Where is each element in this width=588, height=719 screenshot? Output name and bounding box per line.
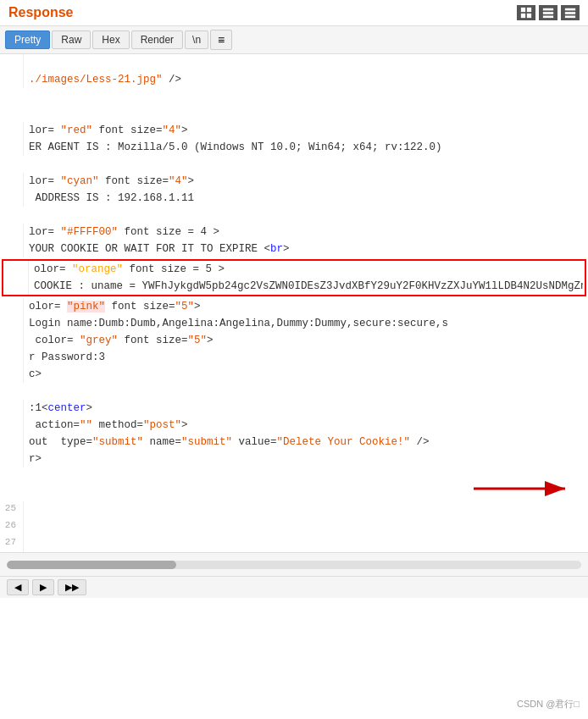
next-button[interactable]: ▶▶	[58, 579, 86, 595]
code-string: "orange"	[72, 263, 123, 275]
code-string: "grey"	[80, 335, 118, 346]
tab-pretty[interactable]: Pretty	[5, 30, 50, 49]
svg-rect-6	[543, 16, 553, 19]
code-string: "Delete Your Cookie!"	[277, 436, 411, 448]
code-string: "cyan"	[61, 175, 99, 187]
line-number: 26	[0, 518, 24, 535]
code-line: out type="submit" name="submit" value="D…	[0, 434, 588, 451]
line-text: lor= "red" font size="4">	[29, 122, 588, 139]
code-line: color= "grey" font size="5">	[0, 332, 588, 349]
code-line: lor= "cyan" font size="4">	[0, 173, 588, 190]
svg-rect-7	[565, 8, 575, 11]
line-number	[0, 315, 24, 332]
code-string: "5"	[188, 335, 208, 346]
code-string: "4"	[163, 124, 182, 136]
settings-icon	[563, 7, 577, 19]
line-number	[0, 366, 24, 383]
tab-newline[interactable]: \n	[185, 30, 208, 49]
line-number	[0, 332, 24, 349]
code-string: "submit"	[92, 436, 143, 448]
code-line	[0, 207, 588, 224]
scrollbar-track	[7, 561, 581, 569]
line-number	[0, 298, 24, 315]
line-number	[0, 71, 24, 88]
code-line	[0, 467, 588, 484]
code-string: ""	[80, 419, 92, 431]
line-text	[29, 535, 588, 552]
code-string: ./images/Less-21.jpg"	[29, 74, 163, 86]
line-text	[29, 54, 588, 71]
code-string: "pink"	[67, 301, 105, 312]
code-line: r Password:3	[0, 349, 588, 366]
code-line: ER AGENT IS : Mozilla/5.0 (Windows NT 10…	[0, 139, 588, 156]
code-text: />	[163, 74, 182, 86]
settings-button[interactable]	[561, 5, 580, 20]
bottom-bar: ◀ ▶ ▶▶	[0, 576, 588, 598]
line-text	[29, 501, 588, 518]
prev-button[interactable]: ◀	[7, 579, 29, 595]
line-text: Login name:Dumb:Dumb,Angelina:Angelina,D…	[29, 315, 588, 332]
toolbar: Pretty Raw Hex Render \n ≡	[0, 26, 588, 54]
code-area: ./images/Less-21.jpg" /> lor= "red" font…	[0, 54, 588, 552]
svg-rect-4	[543, 8, 553, 11]
code-line-27: 27	[0, 535, 588, 552]
line-text: r Password:3	[29, 349, 588, 366]
line-text: color= "grey" font size="5">	[29, 332, 588, 349]
code-line: r>	[0, 451, 588, 467]
line-text: olor= "pink" font size="5">	[29, 298, 588, 315]
code-line	[0, 484, 588, 501]
line-number	[0, 224, 24, 241]
code-line: ADDRESS IS : 192.168.1.11	[0, 190, 588, 207]
code-string: "#FFFF00"	[61, 226, 119, 238]
code-line: action="" method="post">	[0, 417, 588, 434]
code-line: c>	[0, 366, 588, 383]
line-text: lor= "#FFFF00" font size = 4 >	[29, 224, 588, 241]
svg-rect-1	[527, 8, 531, 12]
tab-menu[interactable]: ≡	[210, 30, 232, 50]
code-line: lor= "#FFFF00" font size = 4 >	[0, 224, 588, 241]
line-text: lor= "cyan" font size="4">	[29, 173, 588, 190]
line-text: action="" method="post">	[29, 417, 588, 434]
list-view-button[interactable]	[539, 5, 557, 20]
svg-rect-3	[527, 14, 531, 18]
tab-render[interactable]: Render	[131, 30, 183, 49]
code-line-25: 25	[0, 501, 588, 518]
svg-rect-2	[521, 14, 525, 18]
line-number	[0, 190, 24, 207]
code-line	[0, 88, 588, 105]
code-tag: br	[270, 243, 283, 255]
play-button[interactable]: ▶	[32, 579, 54, 595]
code-string: "5"	[175, 301, 195, 312]
code-line: Login name:Dumb:Dumb,Angelina:Angelina,D…	[0, 315, 588, 332]
line-text: ./images/Less-21.jpg" />	[29, 71, 588, 88]
horizontal-scrollbar[interactable]	[0, 552, 588, 576]
line-number	[5, 261, 29, 295]
line-number	[0, 241, 24, 257]
code-line: YOUR COOKIE OR WAIT FOR IT TO EXPIRE <br…	[0, 241, 588, 257]
line-number	[0, 173, 24, 190]
grid-view-button[interactable]	[517, 5, 535, 20]
line-text: c>	[29, 366, 588, 383]
svg-rect-0	[521, 8, 525, 12]
code-line	[0, 383, 588, 400]
line-number: 27	[0, 535, 24, 552]
header: Response	[0, 0, 588, 26]
code-line: lor= "red" font size="4">	[0, 122, 588, 139]
line-number	[0, 417, 24, 434]
code-line: olor= "pink" font size="5">	[0, 298, 588, 315]
line-text: out type="submit" name="submit" value="D…	[29, 434, 588, 451]
page-title: Response	[8, 5, 73, 20]
tab-hex[interactable]: Hex	[92, 30, 129, 49]
line-number: 25	[0, 501, 24, 518]
watermark: CSDN @君行□	[517, 698, 580, 711]
code-string: "post"	[143, 419, 181, 431]
svg-rect-8	[565, 12, 575, 14]
line-text: ADDRESS IS : 192.168.1.11	[29, 190, 588, 207]
line-number	[0, 139, 24, 156]
list-icon	[541, 7, 555, 19]
code-string: "4"	[169, 175, 188, 187]
header-icon-group	[517, 5, 580, 20]
scrollbar-thumb[interactable]	[7, 561, 176, 569]
tab-raw[interactable]: Raw	[52, 30, 91, 49]
line-text: ER AGENT IS : Mozilla/5.0 (Windows NT 10…	[29, 139, 588, 156]
